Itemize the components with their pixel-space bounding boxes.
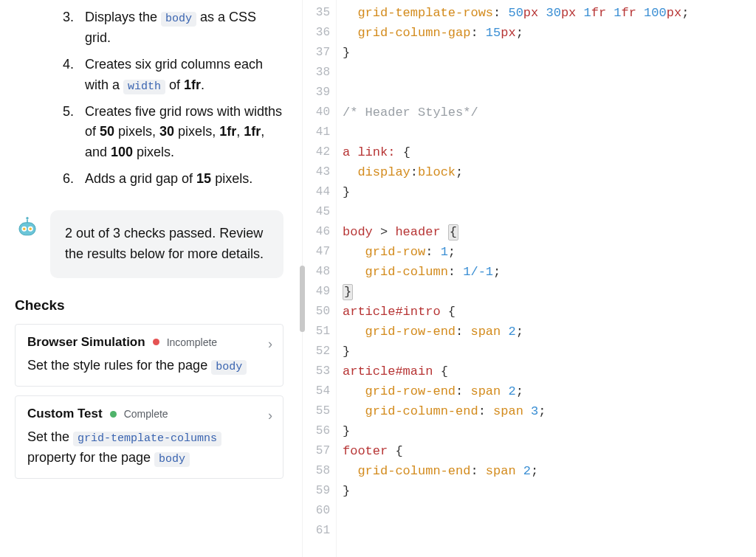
- code-line[interactable]: /* Header Styles*/: [343, 103, 756, 122]
- status-dot: [153, 339, 159, 345]
- code-line[interactable]: grid-row-end: span 2;: [343, 322, 756, 342]
- instruction-list-wrap: 3.Displays the body as a CSS grid.4.Crea…: [15, 0, 284, 190]
- check-card[interactable]: Browser SimulationIncomplete›Set the sty…: [15, 324, 284, 387]
- code-chip: body: [211, 360, 247, 375]
- instruction-number: 4.: [63, 55, 74, 75]
- line-number: 47: [307, 242, 330, 262]
- code-line[interactable]: display:block;: [343, 162, 756, 182]
- instructions-panel: 3.Displays the body as a CSS grid.4.Crea…: [0, 0, 298, 557]
- line-number: 41: [307, 122, 330, 142]
- code-line[interactable]: article#main {: [343, 361, 756, 381]
- line-number: 43: [307, 162, 330, 182]
- code-line[interactable]: footer {: [343, 441, 756, 461]
- code-line[interactable]: a link: {: [343, 142, 756, 162]
- instruction-text: Adds a grid gap of 15 pixels.: [85, 171, 252, 186]
- line-number: 58: [307, 461, 330, 481]
- status-dot: [110, 411, 117, 418]
- svg-rect-2: [19, 223, 35, 235]
- code-line[interactable]: grid-template-rows: 50px 30px 1fr 1fr 10…: [343, 3, 756, 23]
- instruction-item: 5.Creates five grid rows with widths of …: [63, 102, 284, 164]
- check-title: Custom Test: [27, 406, 103, 421]
- code-line[interactable]: }: [343, 342, 756, 361]
- line-number: 39: [307, 83, 330, 103]
- line-number: 38: [307, 63, 330, 83]
- line-number: 46: [307, 222, 330, 242]
- line-number: 60: [307, 501, 330, 521]
- instruction-number: 3.: [63, 7, 74, 28]
- code-line[interactable]: }: [343, 421, 756, 441]
- code-line[interactable]: }: [343, 43, 756, 63]
- instruction-list: 3.Displays the body as a CSS grid.4.Crea…: [63, 7, 284, 190]
- line-number: 44: [307, 182, 330, 202]
- editor-code-area[interactable]: grid-template-rows: 50px 30px 1fr 1fr 10…: [337, 0, 756, 557]
- line-number: 35: [307, 3, 330, 23]
- svg-point-5: [23, 228, 25, 230]
- code-line[interactable]: [343, 202, 756, 222]
- code-line[interactable]: grid-column-end: span 2;: [343, 461, 756, 481]
- code-line[interactable]: body > header {: [343, 222, 756, 242]
- instruction-number: 5.: [63, 102, 74, 122]
- line-number: 51: [307, 322, 330, 342]
- code-line[interactable]: [343, 501, 756, 521]
- line-number: 40: [307, 103, 330, 122]
- code-editor[interactable]: 3536373839404142434445464748495051525354…: [307, 0, 756, 557]
- instruction-text: Creates six grid columns each with a wid…: [85, 57, 263, 92]
- editor-gutter: 3536373839404142434445464748495051525354…: [307, 0, 337, 557]
- line-number: 48: [307, 262, 330, 282]
- line-number: 45: [307, 202, 330, 222]
- svg-point-6: [30, 228, 32, 230]
- code-line[interactable]: [343, 63, 756, 83]
- check-header: Custom TestComplete: [27, 406, 271, 421]
- line-number: 36: [307, 23, 330, 43]
- robot-icon: [15, 213, 40, 238]
- line-number: 54: [307, 381, 330, 401]
- chevron-right-icon[interactable]: ›: [268, 336, 272, 352]
- check-description: Set the style rules for the page body: [27, 356, 271, 376]
- checks-heading: Checks: [15, 297, 284, 314]
- line-number: 50: [307, 302, 330, 322]
- instruction-number: 6.: [63, 169, 74, 190]
- line-number: 49: [307, 282, 330, 302]
- line-number: 42: [307, 142, 330, 162]
- svg-point-0: [26, 217, 28, 219]
- instruction-item: 6.Adds a grid gap of 15 pixels.: [63, 169, 284, 190]
- line-number: 56: [307, 421, 330, 441]
- instruction-item: 4.Creates six grid columns each with a w…: [63, 55, 284, 96]
- instruction-item: 3.Displays the body as a CSS grid.: [63, 7, 284, 49]
- code-chip: grid-template-columns: [73, 432, 221, 446]
- code-line[interactable]: grid-column-gap: 15px;: [343, 23, 756, 43]
- code-line[interactable]: article#intro {: [343, 302, 756, 322]
- check-card[interactable]: Custom TestComplete›Set the grid-templat…: [15, 395, 284, 479]
- code-line[interactable]: grid-row-end: span 2;: [343, 381, 756, 401]
- panel-divider[interactable]: [298, 0, 307, 557]
- instruction-text: Creates five grid rows with widths of 50…: [85, 104, 282, 160]
- scrollbar-thumb[interactable]: [300, 266, 305, 332]
- chevron-right-icon[interactable]: ›: [268, 408, 272, 423]
- code-line[interactable]: grid-column-end: span 3;: [343, 401, 756, 421]
- line-number: 61: [307, 521, 330, 541]
- line-number: 59: [307, 481, 330, 501]
- status-label: Incomplete: [167, 336, 217, 348]
- code-line[interactable]: [343, 83, 756, 103]
- code-line[interactable]: }: [343, 282, 756, 302]
- code-line[interactable]: [343, 122, 756, 142]
- code-line[interactable]: [343, 521, 756, 541]
- line-number: 57: [307, 441, 330, 461]
- code-chip: body: [154, 452, 190, 467]
- code-line[interactable]: }: [343, 481, 756, 501]
- code-chip: body: [161, 12, 196, 27]
- feedback-row: 2 out of 3 checks passed. Review the res…: [15, 210, 284, 278]
- checks-list: Browser SimulationIncomplete›Set the sty…: [15, 324, 284, 480]
- panel-fade: [0, 544, 298, 557]
- instruction-text: Displays the body as a CSS grid.: [85, 10, 256, 45]
- feedback-bubble: 2 out of 3 checks passed. Review the res…: [50, 210, 284, 278]
- app-root: 3.Displays the body as a CSS grid.4.Crea…: [0, 0, 756, 557]
- code-line[interactable]: grid-row: 1;: [343, 242, 756, 262]
- check-title: Browser Simulation: [27, 335, 145, 350]
- check-description: Set the grid-template-columns property f…: [27, 427, 271, 468]
- line-number: 52: [307, 342, 330, 361]
- code-line[interactable]: grid-column: 1/-1;: [343, 262, 756, 282]
- code-chip: width: [123, 80, 165, 94]
- line-number: 53: [307, 361, 330, 381]
- code-line[interactable]: }: [343, 182, 756, 202]
